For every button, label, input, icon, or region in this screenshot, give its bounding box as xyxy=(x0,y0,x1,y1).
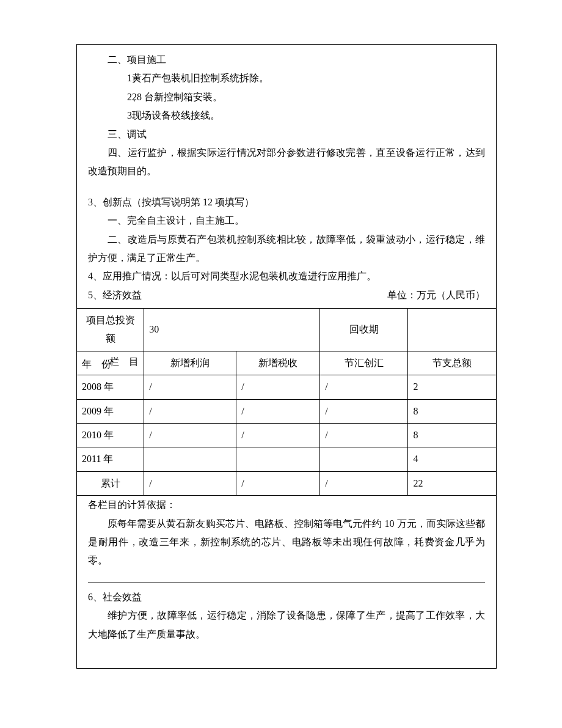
table-row: 2008 年 / / / 2 xyxy=(77,375,496,399)
cell-diagonal: 栏 目 年 份 xyxy=(77,351,144,375)
section-2-item-3: 3、现场设备校线接线。 xyxy=(88,106,485,125)
point-5: 5、经济效益 单位：万元（人民币） xyxy=(77,286,496,304)
table-row: 2009 年 / / / 8 xyxy=(77,399,496,423)
cell-c3: / xyxy=(320,399,408,423)
point-3-item-1: 一、完全自主设计，自主施工。 xyxy=(88,211,485,230)
cell-c4: 2 xyxy=(408,375,496,399)
section-3-heading: 三、调试 xyxy=(88,125,485,144)
table-row-header: 栏 目 年 份 新增利润 新增税收 节汇创汇 节支总额 xyxy=(77,351,496,375)
section-2-heading: 二、项目施工 xyxy=(88,51,485,69)
cell-c4: 8 xyxy=(408,424,496,447)
point-3-item-2: 二、改造后与原黄石产包装机控制系统相比较，故障率低，袋重波动小，运行稳定，维护方… xyxy=(88,230,485,268)
section-3: 三、调试 四、运行监护，根据实际运行情况对部分参数进行修改完善，直至设备运行正常… xyxy=(77,125,496,181)
cell-year: 2010 年 xyxy=(77,424,144,447)
cell-c1: / xyxy=(144,399,236,423)
cell-c2: / xyxy=(236,471,320,495)
cell-year: 累计 xyxy=(77,471,144,495)
point-5-heading: 5、经济效益 xyxy=(88,286,142,304)
cell-invest-label: 项目总投资额 xyxy=(77,309,144,351)
point-3: 3、创新点（按填写说明第 12 项填写） 一、完全自主设计，自主施工。 二、改造… xyxy=(77,193,496,268)
point-6: 6、社会效益 维护方便，故障率低，运行稳定，消除了设备隐患，保障了生产，提高了工… xyxy=(77,588,496,644)
item-number: 2、 xyxy=(108,88,132,106)
point-6-heading: 6、社会效益 xyxy=(88,588,485,606)
point-6-text: 维护方便，故障率低，运行稳定，消除了设备隐患，保障了生产，提高了工作效率，大大地… xyxy=(88,606,485,644)
header-col-4: 节支总额 xyxy=(408,351,496,375)
point-3-heading: 3、创新点（按填写说明第 12 项填写） xyxy=(88,193,485,211)
cell-payback-value xyxy=(408,309,496,351)
header-col-2: 新增税收 xyxy=(236,351,320,375)
page: 二、项目施工 1、黄石产包装机旧控制系统拆除。 2、28 台新控制箱安装。 3、… xyxy=(0,0,562,728)
item-text: 黄石产包装机旧控制系统拆除。 xyxy=(132,73,269,83)
cell-c2: / xyxy=(236,424,320,447)
section-2-item-2: 2、28 台新控制箱安装。 xyxy=(88,88,485,106)
table-row-total: 累计 / / / 22 xyxy=(77,471,496,495)
diag-top-label: 栏 目 xyxy=(109,353,139,371)
section-3-para: 四、运行监护，根据实际运行情况对部分参数进行修改完善，直至设备运行正常，达到改造… xyxy=(88,144,485,181)
cell-c1: / xyxy=(144,424,236,447)
table-row: 2011 年 4 xyxy=(77,447,496,471)
item-number: 1、 xyxy=(108,69,132,87)
table-row: 2010 年 / / / 8 xyxy=(77,424,496,447)
point-4-text: 4、应用推广情况：以后可对同类型水泥包装机改造进行应用推广。 xyxy=(88,267,485,285)
point-4: 4、应用推广情况：以后可对同类型水泥包装机改造进行应用推广。 xyxy=(77,267,496,285)
basis-heading: 各栏目的计算依据： xyxy=(88,496,485,514)
header-col-1: 新增利润 xyxy=(144,351,236,375)
economic-benefit-table: 项目总投资额 30 回收期 栏 目 年 份 新增利润 新增税收 节汇创汇 节支总… xyxy=(77,308,496,496)
cell-year: 2011 年 xyxy=(77,447,144,471)
cell-c3: / xyxy=(320,375,408,399)
section-2-item-1: 1、黄石产包装机旧控制系统拆除。 xyxy=(88,69,485,87)
cell-c1 xyxy=(144,447,236,471)
cell-c1: / xyxy=(144,471,236,495)
cell-year: 2009 年 xyxy=(77,399,144,423)
cell-c3: / xyxy=(320,424,408,447)
cell-year: 2008 年 xyxy=(77,375,144,399)
cell-c2 xyxy=(236,447,320,471)
cell-c4: 8 xyxy=(408,399,496,423)
point-5-unit: 单位：万元（人民币） xyxy=(387,286,485,304)
basis-text: 原每年需要从黄石新友购买芯片、电路板、控制箱等电气元件约 10 万元，而实际这些… xyxy=(88,515,485,570)
item-number: 3、 xyxy=(108,106,132,125)
cell-c3: / xyxy=(320,471,408,495)
cell-c2: / xyxy=(236,375,320,399)
cell-c2: / xyxy=(236,399,320,423)
section-2: 二、项目施工 1、黄石产包装机旧控制系统拆除。 2、28 台新控制箱安装。 3、… xyxy=(77,51,496,125)
cell-c3 xyxy=(320,447,408,471)
cell-invest-value: 30 xyxy=(144,309,320,351)
point-5-header-row: 5、经济效益 单位：万元（人民币） xyxy=(88,286,485,304)
cell-c1: / xyxy=(144,375,236,399)
cell-c4: 4 xyxy=(408,447,496,471)
diag-bottom-label: 年 份 xyxy=(82,355,111,373)
calculation-basis: 各栏目的计算依据： 原每年需要从黄石新友购买芯片、电路板、控制箱等电气元件约 1… xyxy=(77,496,496,583)
item-text: 28 台新控制箱安装。 xyxy=(132,92,222,102)
item-text: 现场设备校线接线。 xyxy=(132,110,220,120)
header-col-3: 节汇创汇 xyxy=(320,351,408,375)
cell-c4: 22 xyxy=(408,471,496,495)
outer-frame: 二、项目施工 1、黄石产包装机旧控制系统拆除。 2、28 台新控制箱安装。 3、… xyxy=(76,44,497,669)
table-row-invest: 项目总投资额 30 回收期 xyxy=(77,309,496,351)
cell-payback-label: 回收期 xyxy=(320,309,408,351)
divider-line xyxy=(88,583,485,583)
